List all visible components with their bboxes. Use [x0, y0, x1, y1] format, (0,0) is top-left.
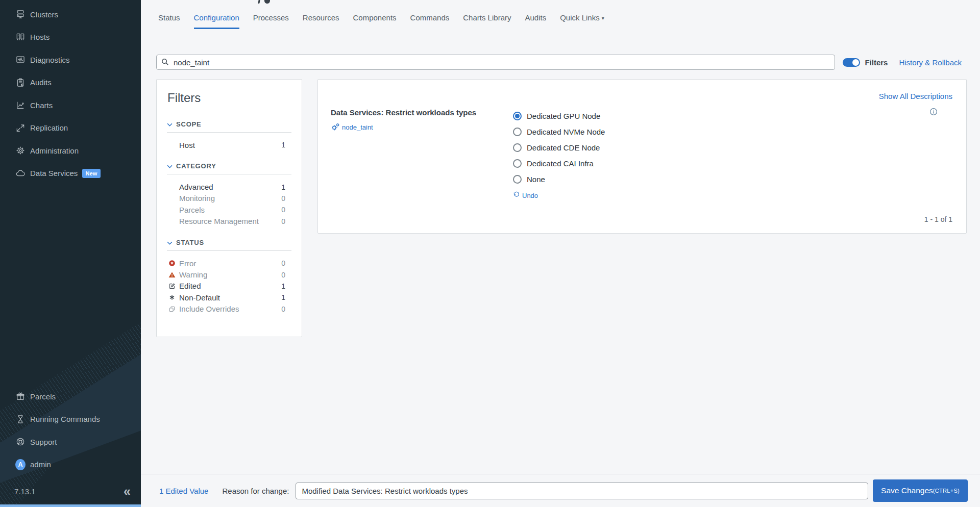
filter-item-warning[interactable]: Warning 0: [167, 269, 291, 280]
config-property-row: Data Services: Restrict workloads types …: [318, 80, 966, 199]
property-name: Data Services: Restrict workloads types: [331, 108, 513, 118]
app-root: Clusters Hosts Diagnostics: [0, 0, 980, 507]
tab-components[interactable]: Components: [353, 13, 397, 29]
sidebar-item-label: Clusters: [30, 10, 58, 19]
sidebar-item-hosts[interactable]: Hosts: [0, 26, 141, 49]
non-default-icon: [168, 294, 176, 301]
lifebuoy-icon: [15, 437, 26, 447]
filter-count: 0: [281, 194, 285, 202]
radio-button: [513, 175, 522, 184]
save-shortcut-label: (CTRL+S): [933, 488, 960, 494]
clusters-icon: [15, 9, 26, 19]
sidebar-item-running-commands[interactable]: Running Commands: [0, 408, 141, 431]
filter-section-status: STATUS Error 0 Warning: [167, 239, 291, 315]
filter-count: 0: [281, 305, 285, 313]
show-all-descriptions-link[interactable]: Show All Descriptions: [879, 92, 952, 100]
search-box: [156, 55, 835, 70]
filter-item-non-default[interactable]: Non-Default 1: [167, 292, 291, 303]
radio-option-none[interactable]: None: [513, 171, 605, 187]
sidebar-item-clusters[interactable]: Clusters: [0, 3, 141, 26]
sidebar-item-diagnostics[interactable]: Diagnostics: [0, 48, 141, 71]
tab-charts-library[interactable]: Charts Library: [463, 13, 511, 29]
undo-link[interactable]: Undo: [513, 191, 605, 199]
sidebar-item-label: Hosts: [30, 33, 50, 41]
tab-quick-links[interactable]: Quick Links▾: [560, 13, 604, 29]
tab-processes[interactable]: Processes: [253, 13, 289, 29]
radio-option-dedicated-cai-infra[interactable]: Dedicated CAI Infra: [513, 156, 605, 171]
search-input[interactable]: [156, 55, 835, 70]
error-icon: [168, 260, 176, 267]
filter-section-category: CATEGORY Advanced 1 Monitoring 0 Parcels…: [167, 162, 291, 227]
filter-section-header[interactable]: SCOPE: [167, 120, 291, 128]
sidebar-item-admin[interactable]: A admin: [0, 453, 141, 476]
collapse-sidebar-icon[interactable]: «: [124, 485, 131, 498]
chevron-down-icon: [167, 120, 173, 128]
filters-toggle-label: Filters: [865, 58, 888, 67]
property-tag-label: node_taint: [342, 123, 373, 131]
reason-for-change-label: Reason for change:: [222, 487, 289, 495]
filter-item-resource-management[interactable]: Resource Management 0: [167, 216, 291, 227]
filter-item-host[interactable]: Host 1: [167, 139, 291, 150]
sidebar: Clusters Hosts Diagnostics: [0, 0, 141, 507]
property-meta: Data Services: Restrict workloads types …: [331, 108, 513, 199]
sidebar-nav-top: Clusters Hosts Diagnostics: [0, 3, 141, 185]
filter-item-advanced[interactable]: Advanced 1: [167, 181, 291, 192]
sidebar-item-audits[interactable]: Audits: [0, 71, 141, 94]
sidebar-item-label: Replication: [30, 123, 68, 132]
version-label: 7.13.1: [14, 487, 36, 496]
sidebar-item-support[interactable]: Support: [0, 430, 141, 453]
new-badge: New: [82, 169, 100, 178]
filters-title: Filters: [167, 91, 291, 105]
filter-item-include-overrides[interactable]: Include Overrides 0: [167, 303, 291, 315]
filter-section-scope: SCOPE Host 1: [167, 120, 291, 150]
radio-button: [513, 143, 522, 152]
reason-for-change-input[interactable]: [296, 483, 868, 499]
content-area: Filters SCOPE Host 1 CATEGORY: [156, 79, 967, 337]
horizontal-scrollbar-thumb[interactable]: [0, 504, 141, 507]
radio-group: Dedicated GPU Node Dedicated NVMe Node D…: [513, 108, 605, 199]
radio-option-dedicated-cde-node[interactable]: Dedicated CDE Node: [513, 140, 605, 156]
filter-item-edited[interactable]: Edited 1: [167, 281, 291, 292]
radio-option-dedicated-nvme-node[interactable]: Dedicated NVMe Node: [513, 124, 605, 140]
sidebar-item-label: Support: [30, 438, 57, 446]
chevron-down-icon: [167, 239, 173, 246]
hourglass-icon: [15, 414, 26, 424]
save-changes-button[interactable]: Save Changes(CTRL+S): [873, 479, 968, 502]
gear-icon: [15, 145, 26, 156]
tab-audits[interactable]: Audits: [525, 13, 546, 29]
filters-toggle[interactable]: [843, 58, 860, 67]
sidebar-item-label: admin: [30, 460, 51, 469]
sidebar-item-charts[interactable]: Charts: [0, 94, 141, 117]
tab-resources[interactable]: Resources: [303, 13, 339, 29]
tab-bar: Status Configuration Processes Resources…: [141, 0, 980, 29]
filter-count: 0: [281, 259, 285, 267]
filter-count: 0: [281, 271, 285, 279]
tab-configuration[interactable]: Configuration: [194, 13, 239, 29]
filter-item-error[interactable]: Error 0: [167, 258, 291, 269]
filter-item-monitoring[interactable]: Monitoring 0: [167, 193, 291, 204]
edited-value-link[interactable]: 1 Edited Value: [159, 487, 208, 495]
radio-option-dedicated-gpu-node[interactable]: Dedicated GPU Node: [513, 108, 605, 124]
charts-icon: [15, 100, 26, 110]
filter-count: 1: [281, 141, 285, 149]
filter-item-parcels[interactable]: Parcels 0: [167, 204, 291, 215]
sidebar-item-label: Audits: [30, 78, 52, 87]
filter-section-header[interactable]: CATEGORY: [167, 162, 291, 170]
radio-button: [513, 159, 522, 168]
footer-bar: 1 Edited Value Reason for change: Save C…: [141, 474, 980, 507]
sidebar-item-administration[interactable]: Administration: [0, 139, 141, 162]
radio-button: [513, 128, 522, 136]
info-icon[interactable]: [929, 108, 938, 116]
tab-status[interactable]: Status: [158, 13, 180, 29]
sidebar-item-label: Administration: [30, 146, 79, 155]
history-rollback-link[interactable]: History & Rollback: [899, 58, 962, 67]
filter-count: 1: [281, 282, 285, 290]
diagnostics-icon: [15, 55, 26, 65]
filter-section-header[interactable]: STATUS: [167, 239, 291, 246]
sidebar-item-data-services[interactable]: Data Services New: [0, 162, 141, 185]
sidebar-item-parcels[interactable]: Parcels: [0, 385, 141, 408]
config-panel: Show All Descriptions Data Services: Res…: [317, 79, 967, 234]
tab-commands[interactable]: Commands: [410, 13, 450, 29]
sidebar-item-replication[interactable]: Replication: [0, 117, 141, 140]
property-tag-link[interactable]: node_taint: [331, 123, 513, 132]
